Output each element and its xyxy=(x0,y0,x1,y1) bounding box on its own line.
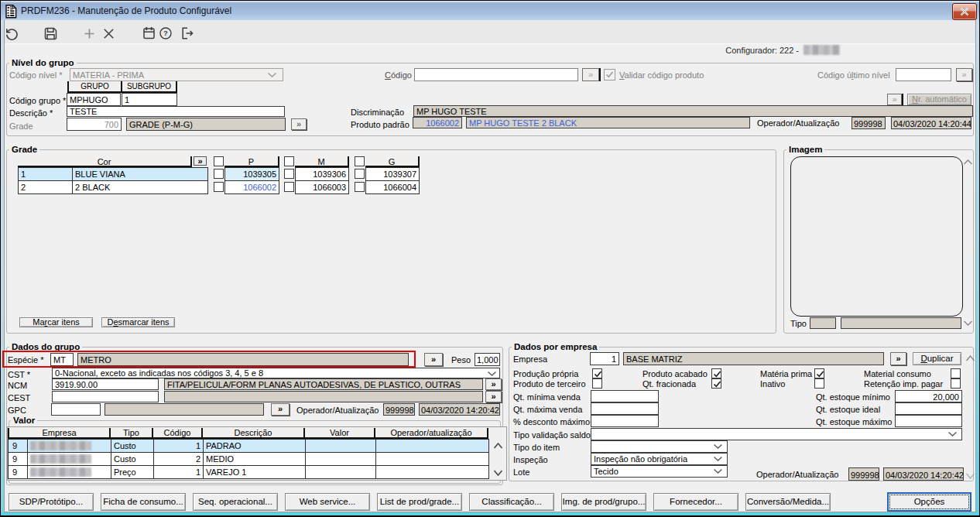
svg-text:?: ? xyxy=(163,29,168,37)
